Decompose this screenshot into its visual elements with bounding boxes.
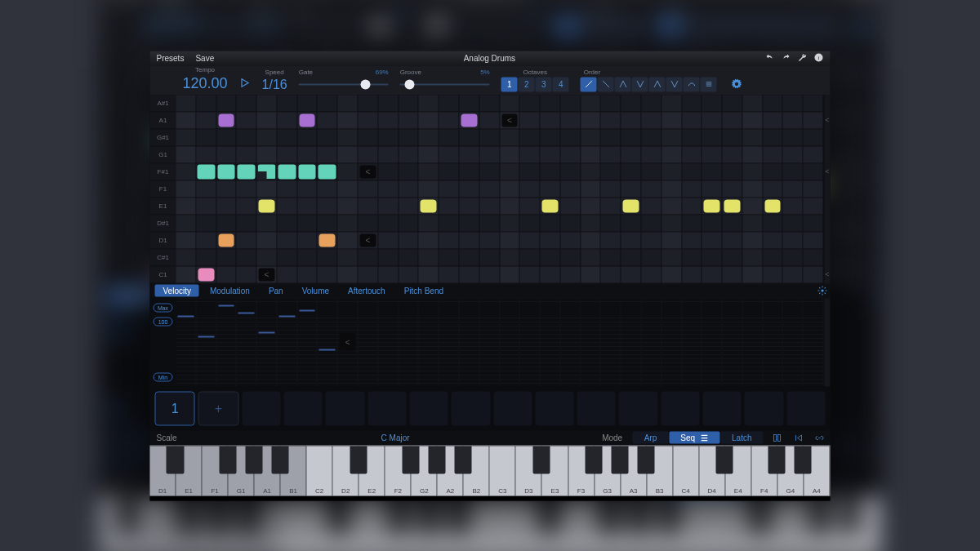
step-cell[interactable] [763, 266, 783, 283]
step-cell[interactable] [419, 129, 439, 146]
step-cell[interactable] [216, 163, 237, 180]
order-mode-4[interactable] [748, 17, 769, 36]
black-key[interactable] [599, 497, 619, 533]
tempo-value[interactable]: 120.00 [183, 74, 228, 91]
step-cell[interactable]: < [359, 232, 379, 249]
step-cell[interactable] [849, 174, 872, 196]
step-cell[interactable] [378, 232, 399, 249]
step-cell[interactable] [601, 198, 621, 215]
step-cell[interactable] [621, 129, 642, 146]
step-cell[interactable] [237, 129, 257, 146]
step-cell[interactable] [783, 215, 804, 232]
velocity-cell[interactable] [783, 298, 804, 386]
step-cell[interactable] [338, 129, 359, 146]
note[interactable] [218, 233, 234, 247]
velocity-cell[interactable] [378, 298, 399, 386]
step-cell[interactable] [804, 146, 824, 163]
white-key[interactable]: F2 [370, 495, 400, 551]
step-cell[interactable] [216, 266, 237, 283]
step-cell[interactable] [216, 146, 237, 163]
step-cell[interactable] [581, 112, 601, 129]
black-key[interactable] [612, 446, 629, 473]
step-cell[interactable] [763, 249, 783, 266]
step-cell[interactable] [601, 95, 621, 112]
step-cell[interactable] [662, 163, 682, 180]
step-cell[interactable] [804, 266, 824, 283]
step-cell[interactable] [560, 232, 581, 249]
velocity-cell[interactable] [459, 298, 479, 386]
step-cell[interactable] [338, 95, 359, 112]
velocity-cell[interactable] [176, 298, 197, 386]
step-cell[interactable] [338, 198, 359, 215]
step-cell[interactable] [318, 129, 338, 146]
step-cell[interactable] [419, 180, 439, 198]
pattern-add[interactable]: + [198, 391, 238, 425]
white-key[interactable]: D1 [150, 445, 176, 495]
velocity-cell[interactable] [702, 298, 723, 386]
step-cell[interactable] [763, 215, 783, 232]
step-cell[interactable] [196, 266, 216, 283]
step-cell[interactable] [804, 95, 824, 112]
pattern-slot[interactable] [786, 391, 825, 425]
step-cell[interactable] [237, 266, 257, 283]
step-cell[interactable] [783, 249, 804, 266]
octave-4[interactable]: 4 [623, 17, 644, 36]
step-cell[interactable] [439, 266, 460, 283]
velocity-cell[interactable] [419, 298, 439, 386]
step-cell[interactable] [682, 266, 702, 283]
step-cell[interactable] [459, 163, 479, 180]
note[interactable] [258, 164, 276, 179]
step-cell[interactable] [682, 180, 702, 198]
step-cell[interactable] [662, 266, 682, 283]
step-cell[interactable] [621, 232, 642, 249]
step-cell[interactable] [338, 163, 359, 180]
step-cell[interactable] [277, 95, 297, 112]
order-mode-2[interactable] [703, 17, 724, 36]
step-cell[interactable] [479, 232, 500, 249]
step-cell[interactable] [849, 85, 872, 107]
velocity-cell[interactable] [257, 298, 278, 386]
step-cell[interactable] [849, 130, 872, 152]
step-cell[interactable] [601, 215, 621, 232]
step-cell[interactable] [237, 95, 257, 112]
param-settings-icon[interactable] [814, 283, 831, 298]
step-cell[interactable]: < [500, 112, 520, 129]
step-cell[interactable] [702, 163, 723, 180]
step-cell[interactable] [804, 232, 824, 249]
octave-4[interactable]: 4 [553, 77, 569, 91]
step-cell[interactable] [176, 180, 197, 198]
presets-menu[interactable]: Presets [157, 54, 185, 63]
step-cell[interactable] [176, 112, 197, 129]
mode-latch[interactable]: Latch [720, 432, 763, 444]
step-cell[interactable] [297, 232, 318, 249]
step-cell[interactable] [500, 198, 520, 215]
white-key[interactable]: C2 [279, 495, 310, 551]
step-cell[interactable] [297, 180, 318, 198]
step-cell[interactable] [257, 232, 278, 249]
step-cell[interactable] [641, 95, 662, 112]
velocity-cell[interactable] [237, 298, 257, 386]
step-cell[interactable] [500, 95, 520, 112]
step-cell[interactable] [601, 180, 621, 198]
step-cell[interactable] [560, 112, 581, 129]
black-key[interactable] [179, 497, 198, 533]
step-cell[interactable] [723, 198, 743, 215]
step-cell[interactable] [581, 95, 601, 112]
step-cell[interactable] [459, 215, 479, 232]
vel-100[interactable]: 100 [104, 330, 129, 341]
step-cell[interactable] [723, 163, 743, 180]
white-key[interactable]: D4 [699, 445, 725, 495]
step-cell[interactable] [500, 163, 520, 180]
step-cell[interactable] [318, 146, 338, 163]
transport-settings-icon[interactable] [728, 77, 745, 91]
step-cell[interactable] [176, 215, 197, 232]
step-cell[interactable] [702, 249, 723, 266]
note[interactable] [217, 164, 235, 179]
step-cell[interactable] [479, 215, 500, 232]
step-cell[interactable] [520, 232, 541, 249]
pattern-current[interactable]: 1 [155, 391, 195, 425]
step-cell[interactable] [479, 95, 500, 112]
step-cell[interactable] [621, 95, 642, 112]
pattern-slot[interactable] [452, 391, 490, 425]
rest-marker[interactable]: < [360, 233, 376, 247]
